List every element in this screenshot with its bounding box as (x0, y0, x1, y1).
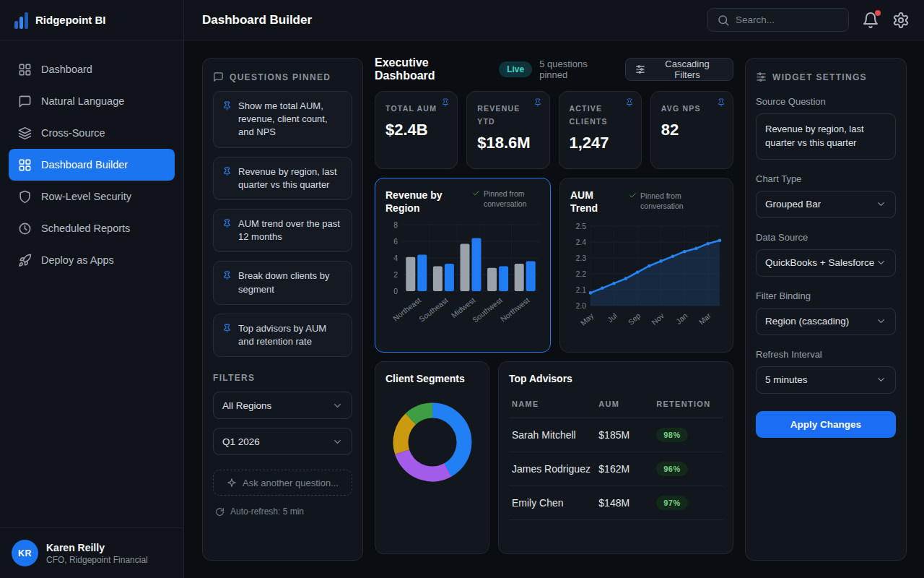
advisors-table: NAMEAUMRETENTIONSarah Mitchell$185M98%Ja… (509, 392, 723, 520)
user-card[interactable]: KR Karen Reilly CFO, Ridgepoint Financia… (0, 527, 183, 578)
pin-icon[interactable] (441, 98, 450, 107)
chat-icon (18, 95, 32, 108)
check-icon (472, 189, 480, 197)
dashboard-header: Executive Dashboard Live 5 questions pin… (375, 58, 733, 81)
table-column-header: AUM (598, 392, 656, 418)
notification-dot (875, 10, 881, 16)
svg-text:Southeast: Southeast (417, 296, 450, 324)
live-badge: Live (499, 61, 532, 77)
chart-type-select[interactable]: Grouped Bar (756, 191, 896, 218)
region-filter-select[interactable]: All Regions (213, 392, 352, 419)
pinned-question-card[interactable]: Show me total AUM, revenue, client count… (213, 91, 352, 148)
advisor-name: James Rodriguez (509, 452, 598, 486)
pinned-question-text: Revenue by region, last quarter vs this … (238, 165, 343, 191)
sidebar-item-scheduled-reports[interactable]: Scheduled Reports (9, 212, 175, 244)
chat-icon (213, 72, 224, 82)
notifications-button[interactable] (862, 12, 879, 29)
kpi-label: ACTIVE CLIENTS (570, 103, 631, 129)
pinned-question-card[interactable]: Break down clients by segment (213, 261, 352, 304)
kpi-card-avg-nps[interactable]: AVG NPS82 (650, 91, 733, 169)
source-question-field[interactable]: Revenue by region, last quarter vs this … (756, 113, 896, 160)
advisor-aum: $148M (598, 486, 656, 520)
advisor-aum: $162M (598, 452, 656, 486)
grid-icon (18, 158, 32, 172)
pinned-question-card[interactable]: AUM trend over the past 12 months (213, 209, 352, 252)
search-input[interactable] (736, 14, 840, 25)
kpi-label: AVG NPS (661, 103, 723, 116)
sidebar-item-row-level-security[interactable]: Row-Level Security (9, 181, 175, 212)
filter-binding-select[interactable]: Region (cascading) (756, 308, 896, 335)
sidebar-item-natural-language[interactable]: Natural Language (9, 85, 175, 117)
pinned-note: Pinned from conversation (629, 191, 723, 215)
pin-icon[interactable] (625, 98, 634, 107)
chevron-down-icon (876, 257, 886, 268)
refresh-interval-select[interactable]: 5 minutes (756, 366, 896, 394)
data-source-select[interactable]: QuickBooks + Salesforce (756, 249, 896, 277)
svg-text:6: 6 (393, 237, 398, 246)
grid-icon (18, 63, 32, 77)
sidebar-item-dashboard-builder[interactable]: Dashboard Builder (9, 149, 175, 181)
table-row: James Rodriguez$162M96% (509, 452, 723, 486)
pin-icon[interactable] (533, 98, 542, 107)
kpi-card-revenue-ytd[interactable]: REVENUE YTD$18.6M (466, 91, 549, 169)
data-source-label: Data Source (756, 232, 896, 243)
retention-badge: 98% (656, 428, 688, 442)
svg-text:0: 0 (393, 287, 398, 296)
app-name: Ridgepoint BI (35, 14, 106, 26)
period-filter-select[interactable]: Q1 2026 (213, 428, 352, 455)
kpi-label: TOTAL AUM (385, 103, 447, 116)
svg-text:2.0: 2.0 (575, 301, 586, 310)
refresh-interval-label: Refresh Interval (756, 349, 896, 360)
settings-button[interactable] (892, 12, 910, 29)
cascading-filters-button[interactable]: Cascading Filters (625, 58, 733, 81)
pin-icon (222, 271, 232, 280)
ask-question-button[interactable]: Ask another question... (213, 470, 352, 496)
sidebar-item-deploy-as-apps[interactable]: Deploy as Apps (9, 244, 175, 276)
top-advisors-widget[interactable]: Top Advisors NAMEAUMRETENTIONSarah Mitch… (498, 361, 733, 554)
chevron-down-icon (876, 374, 886, 385)
sidebar: DashboardNatural LanguageCross-SourceDas… (0, 40, 184, 578)
auto-refresh-label: Auto-refresh: 5 min (213, 506, 352, 517)
client-segments-widget[interactable]: Client Segments (375, 361, 489, 554)
pinned-note: Pinned from conversation (472, 189, 540, 215)
sidebar-nav: DashboardNatural LanguageCross-SourceDas… (0, 53, 183, 276)
kpi-value: 1,247 (570, 134, 631, 152)
advisor-aum: $185M (598, 418, 656, 452)
pinned-question-text: Break down clients by segment (238, 269, 343, 296)
sliders-icon (756, 72, 767, 82)
table-row: Emily Chen$148M97% (509, 486, 723, 520)
svg-text:Southwest: Southwest (471, 296, 504, 324)
pinned-question-card[interactable]: Revenue by region, last quarter vs this … (213, 157, 352, 200)
search-box[interactable] (707, 8, 849, 32)
sparkle-icon (227, 478, 237, 488)
svg-text:Sep: Sep (627, 311, 642, 327)
pin-icon[interactable] (717, 98, 725, 107)
avatar: KR (12, 540, 38, 566)
kpi-card-total-aum[interactable]: TOTAL AUM$2.4B (375, 91, 458, 169)
charts-row: Revenue by Region Pinned from conversati… (375, 178, 733, 353)
svg-text:2: 2 (393, 270, 398, 279)
brand: Ridgepoint BI (0, 0, 184, 40)
pinned-question-text: Top advisors by AUM and retention rate (238, 322, 343, 348)
pinned-question-list: Show me total AUM, revenue, client count… (213, 91, 352, 357)
sidebar-item-dashboard[interactable]: Dashboard (9, 53, 175, 85)
kpi-value: $2.4B (385, 121, 447, 139)
source-question-label: Source Question (756, 96, 896, 107)
advisor-retention: 97% (656, 486, 723, 520)
sidebar-item-label: Deploy as Apps (41, 254, 114, 266)
svg-text:2.2: 2.2 (575, 269, 586, 278)
table-column-header: NAME (509, 392, 598, 418)
pinned-question-card[interactable]: Top advisors by AUM and retention rate (213, 314, 352, 357)
kpi-label: REVENUE YTD (477, 103, 539, 129)
app-root: Ridgepoint BI Dashboard Builder Dashboar… (0, 0, 924, 578)
kpi-card-active-clients[interactable]: ACTIVE CLIENTS1,247 (559, 91, 642, 169)
donut-chart (385, 397, 479, 488)
line-chart: 2.02.12.22.32.42.5MayJulSepNovJanMar (570, 215, 723, 350)
advisor-retention: 98% (656, 418, 723, 452)
retention-badge: 96% (656, 462, 688, 476)
aum-trend-widget[interactable]: AUM Trend Pinned from conversation 2.02.… (559, 178, 733, 353)
revenue-by-region-widget[interactable]: Revenue by Region Pinned from conversati… (375, 178, 551, 353)
apply-changes-button[interactable]: Apply Changes (756, 411, 896, 438)
sidebar-item-label: Scheduled Reports (41, 223, 130, 234)
sidebar-item-cross-source[interactable]: Cross-Source (9, 117, 175, 149)
